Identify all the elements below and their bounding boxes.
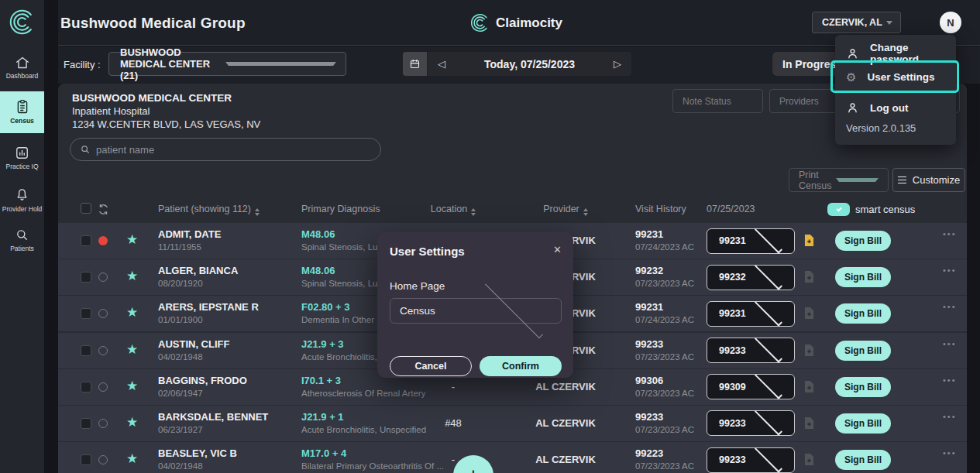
home-icon (0, 56, 44, 70)
sort-icon (471, 208, 476, 216)
sign-bill-button[interactable]: Sign Bill (835, 413, 891, 434)
sidebar-item-label: Provider Hold (0, 205, 44, 213)
row-checkbox[interactable] (81, 418, 91, 429)
patient-dob: 06/23/1927 (158, 423, 268, 436)
calendar-button[interactable] (403, 52, 427, 76)
facility-value: BUSHWOOD MEDICAL CENTER (21) (120, 46, 225, 81)
next-day-arrow[interactable]: ▷ (614, 59, 621, 69)
note-document-icon[interactable] (804, 234, 814, 247)
menu-item-log-out[interactable]: Log out (835, 94, 956, 121)
table-row[interactable]: ★ BARKSDALE, BENNET06/23/1927 J21.9 + 1A… (58, 406, 967, 441)
confirm-button[interactable]: Confirm (480, 356, 562, 376)
bill-code-select[interactable]: 99231 (707, 301, 795, 327)
sidebar-item-patients[interactable]: Patients (0, 228, 44, 252)
sidebar: Dashboard Census Practice IQ Provid (0, 0, 44, 473)
bill-code-select[interactable]: 99233 (707, 338, 795, 363)
chevron-down-icon (484, 280, 542, 338)
patient-name: ALGER, BIANCA (158, 265, 238, 277)
column-location[interactable]: Location (411, 204, 496, 216)
sidebar-item-practice-iq[interactable]: Practice IQ (0, 146, 44, 170)
cancel-button[interactable]: Cancel (390, 356, 472, 376)
sort-icon (583, 208, 588, 216)
note-document-icon[interactable] (804, 344, 814, 357)
column-provider[interactable]: Provider (523, 204, 608, 216)
row-menu-icon[interactable]: ••• (943, 302, 957, 311)
print-census-label: Print Census (799, 170, 836, 191)
facility-select[interactable]: BUSHWOOD MEDICAL CENTER (21) (108, 52, 346, 76)
patient-name: BAGGINS, FRODO (158, 375, 247, 387)
note-document-icon[interactable] (804, 270, 814, 283)
row-checkbox[interactable] (81, 454, 91, 465)
favorite-star-icon[interactable]: ★ (126, 379, 138, 392)
row-menu-icon[interactable]: ••• (943, 229, 957, 238)
refresh-icon[interactable] (97, 203, 110, 216)
favorite-star-icon[interactable]: ★ (126, 233, 138, 246)
home-page-select[interactable]: Census (390, 298, 562, 324)
row-menu-icon[interactable]: ••• (943, 448, 957, 458)
person-icon (846, 101, 859, 115)
avatar[interactable]: N (940, 12, 961, 33)
row-menu-icon[interactable]: ••• (943, 375, 957, 385)
sign-bill-button[interactable]: Sign Bill (835, 341, 891, 361)
version-text: Version 2.0.135 (846, 122, 916, 134)
note-document-icon[interactable] (804, 307, 814, 320)
menu-item-change-password[interactable]: Change password (835, 40, 956, 67)
sign-bill-button[interactable]: Sign Bill (835, 267, 891, 287)
patient-name: ARERS, IEPSTANE R (158, 301, 259, 314)
favorite-star-icon[interactable]: ★ (126, 306, 138, 319)
user-settings-modal: User Settings ✕ Home Page Census Cancel … (377, 232, 573, 378)
sign-bill-button[interactable]: Sign Bill (835, 450, 891, 470)
status-dot-open (98, 272, 108, 282)
bill-code-select[interactable]: 99309 (707, 374, 795, 399)
row-checkbox[interactable] (81, 235, 91, 246)
favorite-star-icon[interactable]: ★ (126, 269, 138, 283)
row-checkbox[interactable] (81, 345, 91, 356)
print-census-select[interactable]: Print Census (789, 168, 889, 192)
bar-chart-icon (0, 146, 44, 160)
note-document-icon[interactable] (804, 380, 814, 393)
row-menu-icon[interactable]: ••• (943, 266, 957, 275)
bill-code-select[interactable]: 99232 (707, 265, 795, 290)
sidebar-item-provider-hold[interactable]: Provider Hold (0, 187, 44, 213)
row-checkbox[interactable] (81, 382, 91, 392)
row-menu-icon[interactable]: ••• (943, 412, 957, 421)
favorite-star-icon[interactable]: ★ (126, 452, 138, 465)
row-checkbox[interactable] (81, 308, 91, 319)
column-patient[interactable]: Patient (showing 112) (158, 204, 260, 216)
patient-dob: 04/02/1948 (158, 351, 229, 363)
column-diagnosis: Primary Diagnosis (301, 204, 380, 214)
note-document-icon[interactable] (804, 453, 814, 466)
facility-name: BUSHWOOD MEDICAL CENTER (72, 91, 260, 105)
patient-dob: 02/06/1947 (158, 387, 247, 399)
search-input[interactable] (96, 144, 371, 156)
patient-name: BEASLEY, VIC B (158, 447, 237, 460)
sign-bill-button[interactable]: Sign Bill (835, 377, 891, 397)
row-menu-icon[interactable]: ••• (943, 339, 957, 348)
note-status-filter[interactable]: Note Status (672, 89, 763, 113)
prev-day-arrow[interactable]: ◁ (438, 59, 445, 69)
table-row[interactable]: ★ BEASLEY, VIC B04/02/1948 M17.0 + 4Bila… (58, 442, 967, 473)
smart-census-toggle[interactable] (827, 203, 850, 216)
row-checkbox[interactable] (81, 272, 91, 283)
status-dot-flagged (98, 236, 108, 245)
patient-dob: 11/11/1955 (158, 241, 221, 253)
favorite-star-icon[interactable]: ★ (126, 416, 138, 429)
status-dot-open (98, 455, 108, 464)
sidebar-item-dashboard[interactable]: Dashboard (0, 56, 44, 80)
note-document-icon[interactable] (804, 416, 814, 430)
bill-code-select[interactable]: 99233 (707, 410, 795, 436)
menu-item-user-settings[interactable]: ⚙ User Settings (835, 63, 956, 90)
patient-name: AUSTIN, CLIFF (158, 338, 229, 351)
sign-bill-button[interactable]: Sign Bill (835, 303, 891, 324)
bill-code-select[interactable]: 99231 (707, 228, 795, 254)
sidebar-item-census[interactable]: Census (0, 91, 44, 133)
user-menu-button[interactable]: CZERVIK, AL (812, 12, 901, 33)
favorite-star-icon[interactable]: ★ (126, 343, 138, 356)
facility-label: Facility : (64, 59, 101, 70)
close-icon[interactable]: ✕ (553, 244, 562, 255)
bill-code-select[interactable]: 99233 (707, 447, 795, 473)
user-dropdown-menu: Change password ⚙ User Settings Log out … (835, 35, 956, 145)
sign-bill-button[interactable]: Sign Bill (835, 231, 891, 251)
customize-button[interactable]: Customize (892, 168, 965, 192)
select-all-checkbox[interactable] (81, 203, 91, 214)
